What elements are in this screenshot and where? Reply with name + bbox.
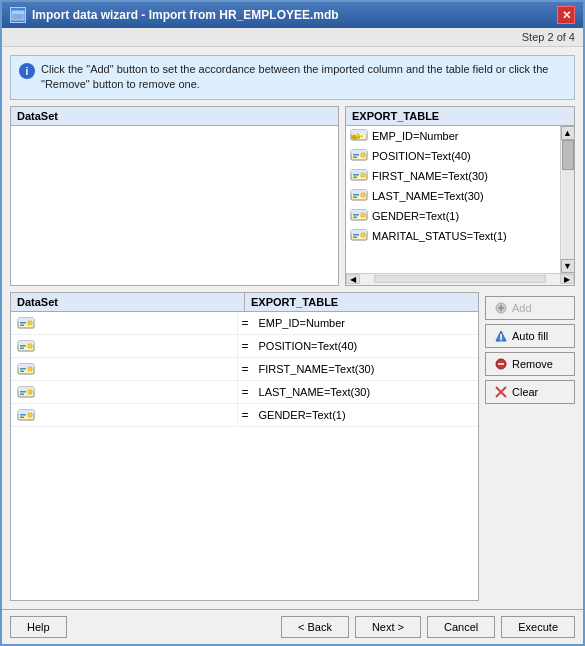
mapping-cell-export: POSITION=Text(40) (253, 335, 478, 357)
export-table-item[interactable]: 🔑 EMP_ID=Number (346, 126, 560, 146)
field-icon: 🔑 (350, 128, 368, 144)
export-table-item[interactable]: LAST_NAME=Text(30) (346, 186, 560, 206)
add-button[interactable]: Add (485, 296, 575, 320)
export-table-header: EXPORT_TABLE (346, 107, 574, 126)
mapping-col-export: EXPORT_TABLE (245, 293, 478, 311)
field-label: EMP_ID=Number (372, 130, 459, 142)
next-button[interactable]: Next > (355, 616, 421, 638)
field-icon (350, 228, 368, 244)
svg-rect-37 (20, 324, 24, 326)
clear-label: Clear (512, 386, 538, 398)
mapping-rows-container[interactable]: =EMP_ID=Number =POSITION=Text(40) =FIRST… (11, 312, 478, 600)
clear-button[interactable]: Clear (485, 380, 575, 404)
field-icon (350, 208, 368, 224)
dataset-panel-content (11, 126, 338, 285)
bottom-bar: Help < Back Next > Cancel Execute (2, 609, 583, 644)
mapping-header: DataSet EXPORT_TABLE (11, 293, 478, 312)
close-button[interactable]: ✕ (557, 6, 575, 24)
mapping-row[interactable]: =FIRST_NAME=Text(30) (11, 358, 478, 381)
dataset-panel: DataSet (10, 106, 339, 286)
field-label: MARITAL_STATUS=Text(1) (372, 230, 507, 242)
hscroll-track (374, 275, 546, 283)
remove-button[interactable]: Remove (485, 352, 575, 376)
svg-point-64 (500, 339, 502, 341)
svg-rect-42 (20, 347, 24, 349)
mapping-row[interactable]: =LAST_NAME=Text(30) (11, 381, 478, 404)
help-button[interactable]: Help (10, 616, 67, 638)
cancel-button[interactable]: Cancel (427, 616, 495, 638)
add-label: Add (512, 302, 532, 314)
side-buttons: Add Auto fill (485, 292, 575, 601)
svg-rect-21 (353, 194, 359, 196)
export-table-item[interactable]: MARITAL_STATUS=Text(1) (346, 226, 560, 246)
scroll-thumb[interactable] (562, 140, 574, 170)
info-icon: i (19, 63, 35, 79)
svg-rect-11 (353, 154, 359, 156)
dataset-panel-header: DataSet (11, 107, 338, 126)
main-content: i Click the "Add" button to set the acco… (2, 47, 583, 609)
field-icon (350, 148, 368, 164)
svg-rect-13 (361, 153, 365, 157)
svg-rect-56 (20, 414, 26, 416)
mapping-row[interactable]: =EMP_ID=Number (11, 312, 478, 335)
window-title: Import data wizard - Import from HR_EMPL… (32, 8, 339, 22)
step-label: Step 2 of 4 (522, 31, 575, 43)
scroll-down-btn[interactable]: ▼ (561, 259, 575, 273)
svg-rect-58 (28, 413, 32, 417)
info-box: i Click the "Add" button to set the acco… (10, 55, 575, 100)
mapping-cell-dataset (11, 404, 238, 426)
svg-rect-48 (28, 367, 32, 371)
svg-rect-7 (359, 135, 361, 137)
hscroll-right[interactable]: ▶ (560, 274, 574, 284)
mapping-row[interactable]: =GENDER=Text(1) (11, 404, 478, 427)
field-label: GENDER=Text(1) (372, 210, 459, 222)
svg-rect-38 (28, 321, 32, 325)
mapping-cell-export: EMP_ID=Number (253, 312, 478, 334)
mapping-row[interactable]: =POSITION=Text(40) (11, 335, 478, 358)
auto-fill-button[interactable]: Auto fill (485, 324, 575, 348)
svg-rect-8 (361, 135, 363, 137)
export-table-item[interactable]: GENDER=Text(1) (346, 206, 560, 226)
title-bar-left: Import data wizard - Import from HR_EMPL… (10, 7, 339, 23)
svg-rect-17 (353, 176, 357, 178)
field-label: POSITION=Text(40) (372, 150, 471, 162)
bottom-right: < Back Next > Cancel Execute (281, 616, 575, 638)
export-table-hscroll[interactable]: ◀ ▶ (346, 273, 574, 285)
svg-rect-32 (353, 236, 357, 238)
remove-icon (494, 357, 508, 371)
hscroll-left[interactable]: ◀ (346, 274, 360, 284)
auto-fill-label: Auto fill (512, 330, 548, 342)
export-table-item[interactable]: POSITION=Text(40) (346, 146, 560, 166)
step-bar: Step 2 of 4 (2, 28, 583, 47)
export-table-scrollbar[interactable]: ▲ ▼ (560, 126, 574, 273)
svg-rect-52 (20, 393, 24, 395)
execute-button[interactable]: Execute (501, 616, 575, 638)
auto-fill-icon (494, 329, 508, 343)
add-icon (494, 301, 508, 315)
svg-rect-51 (20, 391, 26, 393)
svg-rect-12 (353, 156, 357, 158)
mapping-table: DataSet EXPORT_TABLE =EMP_ID=Number =POS… (10, 292, 479, 601)
equals-sign: = (238, 339, 253, 353)
mapping-cell-export: LAST_NAME=Text(30) (253, 381, 478, 403)
svg-rect-28 (361, 213, 365, 217)
svg-rect-27 (353, 216, 357, 218)
svg-rect-31 (353, 234, 359, 236)
remove-label: Remove (512, 358, 553, 370)
equals-sign: = (238, 385, 253, 399)
field-icon (350, 168, 368, 184)
field-icon (350, 188, 368, 204)
window-icon (10, 7, 26, 23)
svg-rect-23 (361, 193, 365, 197)
equals-sign: = (238, 316, 253, 330)
title-bar: Import data wizard - Import from HR_EMPL… (2, 2, 583, 28)
svg-rect-16 (353, 174, 359, 176)
svg-rect-1 (12, 11, 24, 14)
export-table-item[interactable]: FIRST_NAME=Text(30) (346, 166, 560, 186)
mapping-cell-dataset (11, 335, 238, 357)
svg-rect-33 (361, 233, 365, 237)
equals-sign: = (238, 408, 253, 422)
scroll-up-btn[interactable]: ▲ (561, 126, 575, 140)
export-table-list[interactable]: 🔑 EMP_ID=Number POSITION=Text(40) FIRST_… (346, 126, 560, 273)
back-button[interactable]: < Back (281, 616, 349, 638)
